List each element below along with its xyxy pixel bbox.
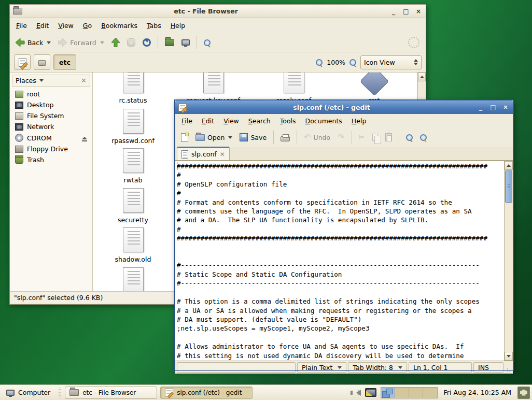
menu-view[interactable]: View <box>54 20 78 32</box>
file-browser-toolbar: Back Forward ✕ <box>10 33 426 52</box>
document-text: ########################################… <box>177 162 504 361</box>
scroll-up-icon[interactable] <box>505 161 513 170</box>
places-header[interactable]: Places ✕ <box>12 75 90 87</box>
file-item[interactable]: shadow.old <box>93 227 173 263</box>
sidebar-item-floppy[interactable]: Floppy Drive <box>10 144 92 154</box>
file-item[interactable]: rpasswd.conf <box>93 109 173 145</box>
find-button[interactable] <box>403 133 415 142</box>
menu-help[interactable]: Help <box>166 20 190 32</box>
copy-button[interactable] <box>370 132 381 142</box>
print-button[interactable] <box>278 132 292 143</box>
menu-bookmarks[interactable]: Bookmarks <box>97 20 142 32</box>
file-item[interactable]: securetty <box>93 188 173 224</box>
menu-search[interactable]: Search <box>244 115 275 127</box>
up-button[interactable] <box>109 36 122 49</box>
menu-tabs[interactable]: Tabs <box>143 20 165 32</box>
file-item[interactable]: rmt <box>334 73 414 104</box>
computer-menu-button[interactable]: Computer <box>2 387 54 398</box>
maximize-button[interactable]: □ <box>489 103 497 111</box>
redo-button[interactable]: ↷ <box>335 132 347 143</box>
sidebar-item-trash[interactable]: Trash <box>10 154 92 165</box>
chevron-down-icon <box>398 366 402 369</box>
task-file-browser[interactable]: etc - File Browser <box>65 387 157 399</box>
task-gedit[interactable]: slp.conf (/etc) - gedit <box>160 387 253 399</box>
show-desktop-button[interactable] <box>517 387 530 399</box>
scrollbar-thumb[interactable] <box>505 170 512 203</box>
back-button[interactable]: Back <box>13 37 53 48</box>
close-sidebar-icon[interactable]: ✕ <box>81 77 87 84</box>
text-cursor <box>177 162 177 170</box>
file-item[interactable]: request-key.conf <box>173 73 254 104</box>
scroll-down-icon[interactable] <box>505 352 513 361</box>
zoom-in-icon[interactable] <box>349 59 356 66</box>
sidebar-item-network[interactable]: Network <box>10 121 92 132</box>
binary-file-icon <box>359 73 389 96</box>
menu-go[interactable]: Go <box>79 20 96 32</box>
forward-button[interactable]: Forward <box>55 37 106 48</box>
reload-button[interactable] <box>140 37 153 48</box>
minimize-button[interactable]: _ <box>477 103 485 111</box>
home-button[interactable] <box>162 37 177 48</box>
volume-icon[interactable] <box>353 390 361 396</box>
scroll-up-icon[interactable] <box>418 73 426 81</box>
minimize-button[interactable]: _ <box>389 7 398 16</box>
gedit-titlebar[interactable]: slp.conf (/etc) - gedit _ □ × <box>175 101 513 114</box>
floppy-icon <box>15 146 23 153</box>
new-document-button[interactable] <box>178 132 191 144</box>
view-mode-select[interactable]: Icon View <box>360 55 422 69</box>
paste-button[interactable] <box>383 132 395 143</box>
file-item[interactable]: rc.status <box>93 73 173 104</box>
menu-help[interactable]: Help <box>347 115 371 127</box>
sidebar-item-desktop[interactable]: Desktop <box>10 99 92 110</box>
menu-edit[interactable]: Edit <box>198 115 218 127</box>
file-item[interactable]: rwtab <box>93 148 173 184</box>
text-file-icon <box>123 148 144 173</box>
workspace-3[interactable] <box>409 388 423 398</box>
maximize-button[interactable]: □ <box>402 7 410 16</box>
menu-documents[interactable]: Documents <box>301 115 346 127</box>
undo-button[interactable]: ↶ Undo <box>301 132 333 143</box>
save-button[interactable]: Save <box>237 132 269 143</box>
sidebar-item-root[interactable]: root <box>10 89 92 99</box>
replace-button[interactable] <box>417 133 429 142</box>
workspace-4[interactable] <box>423 388 437 398</box>
menu-tools[interactable]: Tools <box>276 115 300 127</box>
workspace-1[interactable] <box>381 388 395 398</box>
open-button[interactable]: Open <box>193 132 235 143</box>
workspace-2[interactable] <box>395 388 409 398</box>
menu-file[interactable]: File <box>177 115 197 127</box>
editor-scrollbar[interactable] <box>504 161 513 361</box>
sidebar-item-cdrom[interactable]: CDROM <box>10 132 92 144</box>
search-button[interactable] <box>201 38 213 48</box>
language-select[interactable]: Plain Text <box>297 362 346 373</box>
menu-edit[interactable]: Edit <box>32 20 53 32</box>
stop-button[interactable]: ✕ <box>124 37 138 48</box>
text-editor-area[interactable]: ########################################… <box>175 161 504 361</box>
chevron-down-icon <box>39 79 44 82</box>
cut-button[interactable]: ✂ <box>356 132 368 143</box>
chevron-down-icon <box>338 366 342 369</box>
file-item[interactable]: resolv.conf <box>254 73 334 104</box>
display-settings-icon[interactable] <box>365 388 376 397</box>
menu-file[interactable]: File <box>12 20 31 32</box>
eject-icon[interactable] <box>82 137 87 139</box>
path-button-etc[interactable]: etc <box>53 54 76 70</box>
zoom-out-icon[interactable] <box>316 59 323 66</box>
menu-view[interactable]: View <box>219 115 243 127</box>
edit-location-button[interactable] <box>14 54 31 70</box>
gedit-icon <box>165 389 173 396</box>
workspace-switcher[interactable] <box>381 387 438 398</box>
file-item[interactable]: slp.spi <box>93 267 173 291</box>
close-button[interactable]: × <box>414 7 423 16</box>
clock[interactable]: Fri Aug 24, 10:25 AM <box>442 389 513 396</box>
reload-icon <box>143 38 151 47</box>
sidebar-item-filesystem[interactable]: File System <box>10 110 92 121</box>
close-tab-icon[interactable]: ✕ <box>220 151 225 158</box>
tab-width-select[interactable]: Tab Width: 8 <box>348 362 407 373</box>
file-browser-titlebar[interactable]: etc - File Browser _ □ × <box>10 5 426 18</box>
computer-button[interactable] <box>179 38 192 47</box>
close-button[interactable]: × <box>501 103 510 111</box>
tab-slp-conf[interactable]: slp.conf ✕ <box>177 147 230 160</box>
root-drive-button[interactable] <box>34 54 50 70</box>
resize-grip[interactable] <box>505 362 511 373</box>
